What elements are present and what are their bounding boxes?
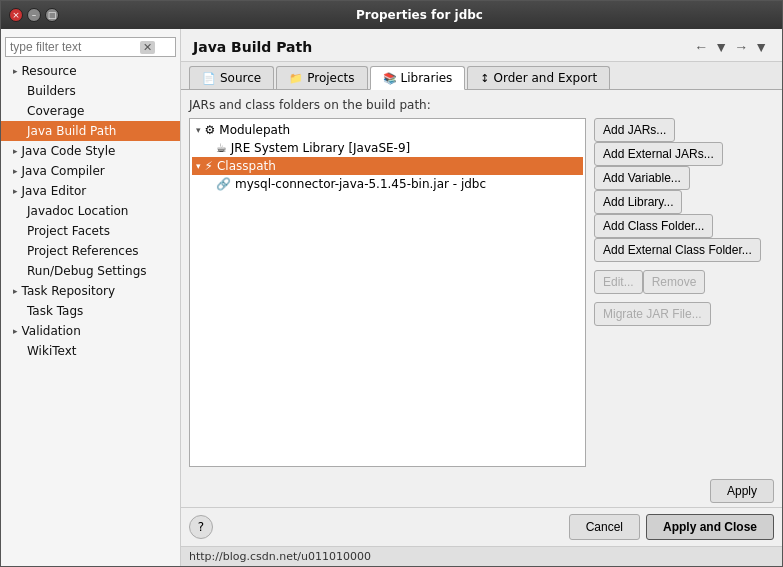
build-path-tree: ▾⚙Modulepath☕JRE System Library [JavaSE-… — [189, 118, 586, 467]
sidebar-item-resource[interactable]: ▸Resource — [1, 61, 180, 81]
sidebar-item-java-editor[interactable]: ▸Java Editor — [1, 181, 180, 201]
sidebar-item-label: Task Tags — [27, 304, 83, 318]
properties-window: × – □ Properties for jdbc ✕ ▸ResourceBui… — [0, 0, 783, 567]
nav-dropdown-button[interactable]: ▼ — [712, 37, 730, 57]
sidebar-item-java-code-style[interactable]: ▸Java Code Style — [1, 141, 180, 161]
tree-item-label: Classpath — [217, 159, 276, 173]
action-buttons-container: Add JARs...Add External JARs...Add Varia… — [594, 118, 774, 326]
add-jars-button[interactable]: Add JARs... — [594, 118, 675, 142]
filter-input[interactable] — [10, 40, 140, 54]
add-library-button[interactable]: Add Library... — [594, 190, 682, 214]
action-buttons-panel: Add JARs...Add External JARs...Add Varia… — [594, 118, 774, 467]
sidebar-item-project-references[interactable]: Project References — [1, 241, 180, 261]
sidebar-search[interactable]: ✕ — [5, 37, 176, 57]
sidebar-item-javadoc-location[interactable]: Javadoc Location — [1, 201, 180, 221]
add-variable-button[interactable]: Add Variable... — [594, 166, 690, 190]
tree-item-classpath[interactable]: ▾⚡Classpath — [192, 157, 583, 175]
sidebar-item-java-compiler[interactable]: ▸Java Compiler — [1, 161, 180, 181]
sidebar-item-label: WikiText — [27, 344, 77, 358]
sidebar-item-label: Run/Debug Settings — [27, 264, 147, 278]
panel-nav-buttons: ← ▼ → ▼ — [692, 37, 770, 57]
sidebar-item-label: Java Code Style — [22, 144, 116, 158]
tree-item-label: mysql-connector-java-5.1.45-bin.jar - jd… — [235, 177, 486, 191]
tab-label: Source — [220, 71, 261, 85]
sidebar-item-task-tags[interactable]: Task Tags — [1, 301, 180, 321]
add-external-jars-button[interactable]: Add External JARs... — [594, 142, 723, 166]
build-path-description: JARs and class folders on the build path… — [189, 98, 774, 112]
titlebar: × – □ Properties for jdbc — [1, 1, 782, 29]
arrow-icon: ▸ — [13, 66, 18, 76]
add-class-folder-button[interactable]: Add Class Folder... — [594, 214, 713, 238]
arrow-icon: ▸ — [13, 326, 18, 336]
tree-expand-icon: ▾ — [196, 125, 201, 135]
window-controls: × – □ — [9, 8, 59, 22]
sidebar-item-project-facets[interactable]: Project Facets — [1, 221, 180, 241]
button-spacer — [594, 262, 774, 270]
migrate-jar-button: Migrate JAR File... — [594, 302, 711, 326]
sidebar-item-builders[interactable]: Builders — [1, 81, 180, 101]
apply-button[interactable]: Apply — [710, 479, 774, 503]
window-title: Properties for jdbc — [65, 8, 774, 22]
build-path-main: ▾⚙Modulepath☕JRE System Library [JavaSE-… — [189, 118, 774, 467]
sidebar-item-label: Java Compiler — [22, 164, 105, 178]
tree-item-jre-system-library[interactable]: ☕JRE System Library [JavaSE-9] — [192, 139, 583, 157]
arrow-icon: ▸ — [13, 286, 18, 296]
nav-back-button[interactable]: ← — [692, 37, 710, 57]
sidebar-item-label: Java Editor — [22, 184, 87, 198]
tab-label: Projects — [307, 71, 354, 85]
sidebar-item-label: Project References — [27, 244, 139, 258]
close-button[interactable]: × — [9, 8, 23, 22]
minimize-button[interactable]: – — [27, 8, 41, 22]
source-tab-icon: 📄 — [202, 72, 216, 85]
tab-source[interactable]: 📄Source — [189, 66, 274, 89]
tree-items-container: ▾⚙Modulepath☕JRE System Library [JavaSE-… — [192, 121, 583, 193]
tree-expand-icon: ▾ — [196, 161, 201, 171]
tree-item-icon: ☕ — [216, 141, 227, 155]
add-external-class-folder-button[interactable]: Add External Class Folder... — [594, 238, 761, 262]
apply-close-button[interactable]: Apply and Close — [646, 514, 774, 540]
tab-label: Order and Export — [494, 71, 598, 85]
remove-button: Remove — [643, 270, 706, 294]
nav-forward-dropdown-button[interactable]: ▼ — [752, 37, 770, 57]
sidebar-item-label: Java Build Path — [27, 124, 116, 138]
help-button[interactable]: ? — [189, 515, 213, 539]
sidebar-item-label: Project Facets — [27, 224, 110, 238]
sidebar-item-label: Coverage — [27, 104, 85, 118]
right-panel: Java Build Path ← ▼ → ▼ 📄Source📁Projects… — [181, 29, 782, 566]
arrow-icon: ▸ — [13, 186, 18, 196]
sidebar-item-task-repository[interactable]: ▸Task Repository — [1, 281, 180, 301]
sidebar-item-coverage[interactable]: Coverage — [1, 101, 180, 121]
tree-item-modulepath[interactable]: ▾⚙Modulepath — [192, 121, 583, 139]
sidebar-item-wikitext[interactable]: WikiText — [1, 341, 180, 361]
sidebar-item-validation[interactable]: ▸Validation — [1, 321, 180, 341]
tree-item-icon: ⚙ — [205, 123, 216, 137]
maximize-button[interactable]: □ — [45, 8, 59, 22]
tree-item-icon: 🔗 — [216, 177, 231, 191]
arrow-icon: ▸ — [13, 166, 18, 176]
button-spacer — [594, 294, 774, 302]
tree-item-mysql-connector[interactable]: 🔗mysql-connector-java-5.1.45-bin.jar - j… — [192, 175, 583, 193]
sidebar-item-label: Task Repository — [22, 284, 116, 298]
status-bar: http://blog.csdn.net/u011010000 — [181, 546, 782, 566]
sidebar-item-run-debug-settings[interactable]: Run/Debug Settings — [1, 261, 180, 281]
sidebar-item-label: Resource — [22, 64, 77, 78]
main-content: ✕ ▸ResourceBuildersCoverageJava Build Pa… — [1, 29, 782, 566]
tab-order-export[interactable]: ↕Order and Export — [467, 66, 610, 89]
libraries-tab-icon: 📚 — [383, 72, 397, 85]
sidebar-items-container: ▸ResourceBuildersCoverageJava Build Path… — [1, 61, 180, 361]
tree-item-label: Modulepath — [219, 123, 290, 137]
sidebar-item-label: Javadoc Location — [27, 204, 128, 218]
clear-filter-button[interactable]: ✕ — [140, 41, 155, 54]
tab-libraries[interactable]: 📚Libraries — [370, 66, 466, 90]
nav-forward-button[interactable]: → — [732, 37, 750, 57]
help-icon: ? — [198, 520, 204, 534]
cancel-button[interactable]: Cancel — [569, 514, 640, 540]
panel-header: Java Build Path ← ▼ → ▼ — [181, 29, 782, 62]
sidebar-item-java-build-path[interactable]: Java Build Path — [1, 121, 180, 141]
tree-item-icon: ⚡ — [205, 159, 213, 173]
edit-button: Edit... — [594, 270, 643, 294]
panel-title: Java Build Path — [193, 39, 312, 55]
tab-projects[interactable]: 📁Projects — [276, 66, 367, 89]
panel-body: JARs and class folders on the build path… — [181, 90, 782, 475]
sidebar: ✕ ▸ResourceBuildersCoverageJava Build Pa… — [1, 29, 181, 566]
